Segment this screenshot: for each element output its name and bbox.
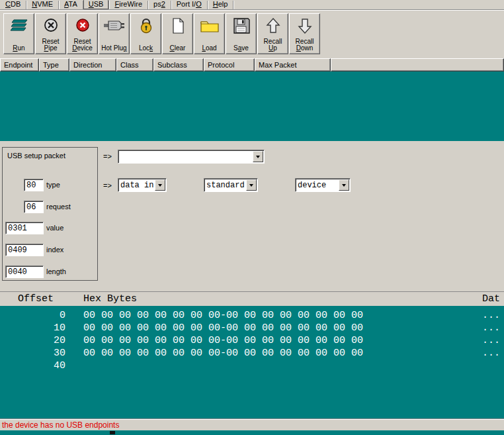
recipient-combobox[interactable]: device <box>295 178 351 192</box>
chevron-down-icon <box>158 184 162 187</box>
dropdown-button[interactable] <box>246 179 257 191</box>
index-field-label: index <box>46 246 63 254</box>
app-window: CDBNVMEATAUSBFireWireps2Port I/OHelp Run… <box>0 0 504 435</box>
run-icon <box>4 16 34 36</box>
hex-row: 10 00 00 00 00 00 00 00 00-00 00 00 00 0… <box>0 322 504 334</box>
type-field[interactable] <box>24 179 44 191</box>
column-header-direction[interactable]: Direction <box>69 58 116 72</box>
clear-icon <box>163 16 192 36</box>
chevron-down-icon <box>256 156 260 158</box>
clear-button[interactable]: Clear <box>162 13 193 54</box>
status-bar: the device has no USB endpoints <box>0 418 504 430</box>
recall-up-button[interactable]: RecallUp <box>257 13 288 54</box>
dropdown-button[interactable] <box>253 151 263 162</box>
reset-device-button[interactable]: ResetDevice <box>67 13 98 54</box>
toolbar-button-label: Run <box>13 45 24 54</box>
endpoint-list[interactable] <box>0 72 504 141</box>
combobox-value: data in <box>118 179 154 191</box>
hex-row: 30 00 00 00 00 00 00 00 00-00 00 00 00 0… <box>0 347 504 360</box>
dropdown-button[interactable] <box>155 179 165 191</box>
background-window-fragment <box>110 431 115 434</box>
menu-item-nvme[interactable]: NVME <box>26 0 58 9</box>
load-icon <box>194 16 224 36</box>
length-field[interactable] <box>5 266 44 278</box>
usb-setup-panel: USB setup packet => => data in standard … <box>0 141 504 291</box>
column-header-endpoint[interactable]: Endpoint <box>0 58 39 72</box>
column-header-max-packet[interactable]: Max Packet <box>255 58 331 72</box>
reset-device-icon <box>67 16 97 36</box>
column-header-subclass[interactable]: Subclass <box>153 58 204 72</box>
arrow-label: => <box>103 181 112 189</box>
hot-plug-icon <box>99 16 129 36</box>
menu-item-port-i-o[interactable]: Port I/O <box>171 0 207 9</box>
menu-item-help[interactable]: Help <box>208 0 233 9</box>
toolbar-button-label: ResetPipe <box>42 38 59 54</box>
run-button[interactable]: Run <box>3 13 34 54</box>
recall-up-icon <box>258 16 288 36</box>
combobox-value <box>118 150 252 163</box>
direction-combobox[interactable]: data in <box>118 178 167 192</box>
hex-dump[interactable]: 0 00 00 00 00 00 00 00 00-00 00 00 00 00… <box>0 306 504 418</box>
column-header-class[interactable]: Class <box>116 58 153 72</box>
menu-item-firewire[interactable]: FireWire <box>109 0 147 9</box>
hex-row: 20 00 00 00 00 00 00 00 00-00 00 00 00 0… <box>0 334 504 347</box>
hex-row: 40 <box>0 360 504 372</box>
toolbar-button-label: Load <box>202 45 216 54</box>
hex-header: Offset Hex Bytes Dat <box>0 291 504 306</box>
reset-pipe-icon <box>36 16 65 36</box>
combobox-value: device <box>296 179 338 191</box>
save-button[interactable]: Save <box>226 13 257 54</box>
setup-packet-groupbox <box>2 147 98 281</box>
request-type-combobox[interactable]: standard <box>204 178 258 192</box>
recall-down-icon <box>290 16 319 36</box>
toolbar-button-label: Lock <box>139 45 153 54</box>
lock-button[interactable]: Lock <box>130 13 161 54</box>
toolbar-button-label: RecallUp <box>264 38 282 54</box>
combobox-value: standard <box>204 179 245 191</box>
column-header-filler <box>331 58 504 72</box>
menu-item-ata[interactable]: ATA <box>59 0 83 9</box>
index-field[interactable] <box>5 244 44 256</box>
value-field-label: value <box>46 224 63 232</box>
save-icon <box>226 16 256 36</box>
dropdown-button[interactable] <box>339 179 349 191</box>
reset-pipe-button[interactable]: ResetPipe <box>35 13 66 54</box>
toolbar-button-label: Clear <box>170 45 186 54</box>
endpoint-list-header: EndpointTypeDirectionClassSubclassProtoc… <box>0 58 504 72</box>
request-field[interactable] <box>24 201 44 213</box>
menu-item-cdb[interactable]: CDB <box>0 0 26 9</box>
hot-plug-button[interactable]: Hot Plug <box>99 13 130 54</box>
recall-down-button[interactable]: RecallDown <box>289 13 320 54</box>
length-field-label: length <box>46 267 66 275</box>
toolbar-button-label: ResetDevice <box>72 38 93 54</box>
toolbar-button-label: RecallDown <box>296 38 314 54</box>
value-field[interactable] <box>5 222 44 234</box>
lock-icon <box>131 16 161 36</box>
toolbar-button-label: Hot Plug <box>101 45 126 54</box>
setup-packet-label: USB setup packet <box>7 152 65 160</box>
status-message: the device has no USB endpoints <box>2 420 119 430</box>
menu-separator <box>233 1 233 9</box>
menu-item-usb[interactable]: USB <box>83 0 109 9</box>
toolbar: RunResetPipeResetDeviceHot PlugLockClear… <box>0 10 504 58</box>
desktop-strip <box>0 430 504 435</box>
column-header-protocol[interactable]: Protocol <box>204 58 255 72</box>
request-field-label: request <box>46 203 71 211</box>
hex-row: 0 00 00 00 00 00 00 00 00-00 00 00 00 00… <box>0 309 504 322</box>
chevron-down-icon <box>249 184 253 187</box>
load-button[interactable]: Load <box>194 13 225 54</box>
type-field-label: type <box>46 181 60 189</box>
request-preset-combobox[interactable] <box>118 150 265 164</box>
menu-bar: CDBNVMEATAUSBFireWireps2Port I/OHelp <box>0 0 504 10</box>
toolbar-button-label: Save <box>233 45 249 54</box>
chevron-down-icon <box>342 184 346 187</box>
arrow-label: => <box>103 152 112 160</box>
column-header-type[interactable]: Type <box>39 58 69 72</box>
menu-item-ps2[interactable]: ps2 <box>148 0 171 9</box>
